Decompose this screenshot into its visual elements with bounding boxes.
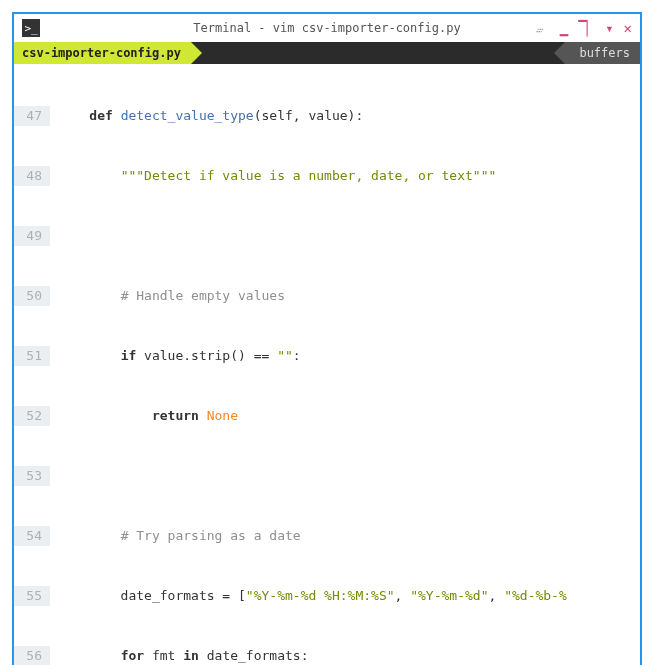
- tab-buffers-label[interactable]: buffers: [565, 42, 640, 64]
- titlebar: >_ Terminal - vim csv-importer-config.py…: [14, 14, 640, 42]
- line-number: 51: [14, 346, 50, 366]
- vim-tabline: csv-importer-config.py buffers: [14, 42, 640, 64]
- code-line: 53: [14, 466, 640, 486]
- line-number: 56: [14, 646, 50, 665]
- line-number: 52: [14, 406, 50, 426]
- code-line: 51 if value.strip() == "":: [14, 346, 640, 366]
- editor-viewport[interactable]: 47 def detect_value_type(self, value): 4…: [14, 64, 640, 665]
- maximize-button[interactable]: ▔▏: [578, 20, 595, 36]
- code-line: 50 # Handle empty values: [14, 286, 640, 306]
- minimize-button[interactable]: ▁: [560, 20, 568, 36]
- code-line: 55 date_formats = ["%Y-%m-%d %H:%M:%S", …: [14, 586, 640, 606]
- tab-active-file[interactable]: csv-importer-config.py: [14, 42, 191, 64]
- line-number: 48: [14, 166, 50, 186]
- code-line: 48 """Detect if value is a number, date,…: [14, 166, 640, 186]
- tabline-spacer: [191, 42, 565, 64]
- window-controls: ∴∵ ▁ ▔▏ ▾ ✕: [536, 20, 632, 36]
- shade-button[interactable]: ▾: [605, 20, 613, 36]
- code-line: 52 return None: [14, 406, 640, 426]
- line-number: 53: [14, 466, 50, 486]
- code-line: 49: [14, 226, 640, 246]
- code-line: 47 def detect_value_type(self, value):: [14, 106, 640, 126]
- terminal-window: >_ Terminal - vim csv-importer-config.py…: [12, 12, 642, 665]
- line-number: 47: [14, 106, 50, 126]
- terminal-app-icon: >_: [22, 19, 40, 37]
- line-number: 55: [14, 586, 50, 606]
- code-line: 56 for fmt in date_formats:: [14, 646, 640, 665]
- code-line: 54 # Try parsing as a date: [14, 526, 640, 546]
- line-number: 49: [14, 226, 50, 246]
- window-move-icon[interactable]: ∴∵: [536, 20, 550, 36]
- close-button[interactable]: ✕: [624, 20, 632, 36]
- line-number: 50: [14, 286, 50, 306]
- line-number: 54: [14, 526, 50, 546]
